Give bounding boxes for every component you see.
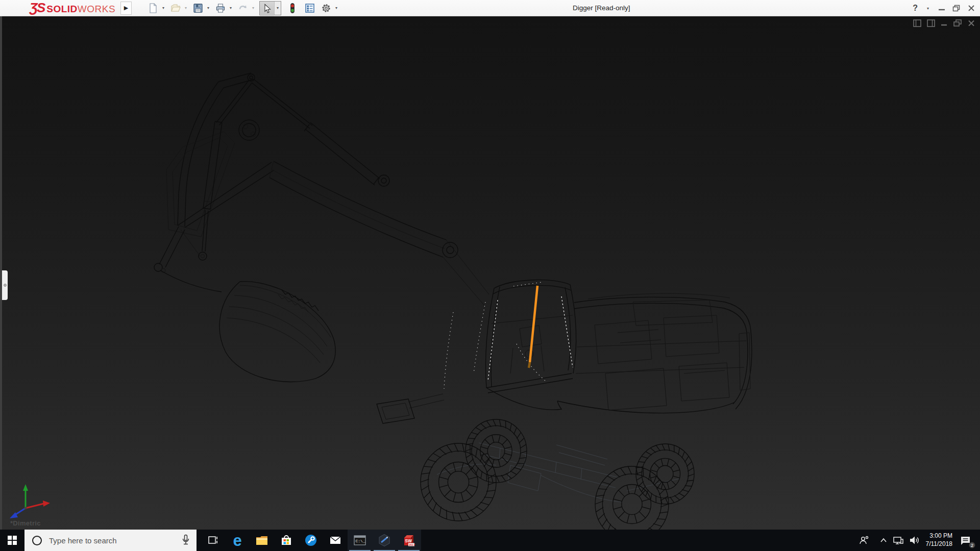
people-icon	[859, 535, 870, 546]
help-dropdown[interactable]: ▾	[925, 6, 931, 11]
close-button[interactable]	[968, 5, 975, 12]
hidden-edge-highlights	[444, 282, 573, 389]
task-pane-button[interactable]	[303, 1, 317, 15]
traffic-light-icon	[287, 3, 298, 14]
restore-button[interactable]	[952, 5, 961, 12]
save-button[interactable]	[191, 1, 205, 15]
windows-logo-icon	[8, 536, 17, 545]
network-icon	[892, 535, 904, 546]
options-button[interactable]	[319, 1, 333, 15]
microphone-icon[interactable]	[181, 534, 191, 546]
people-button[interactable]	[859, 535, 870, 546]
file-explorer-icon	[255, 534, 268, 547]
taskbar-app-edrawings[interactable]	[372, 530, 397, 551]
cmd-prompt-text: C:\_	[356, 539, 365, 543]
taskbar-app-mail[interactable]	[323, 530, 348, 551]
search-placeholder: Type here to search	[49, 536, 117, 545]
command-prompt-icon: C:\_	[353, 534, 366, 547]
undo-dropdown[interactable]: ▾	[250, 6, 256, 10]
search-box[interactable]: Type here to search	[24, 530, 197, 551]
doc-restore-icon[interactable]	[953, 19, 962, 27]
cab[interactable]	[485, 280, 576, 393]
bucket-assembly[interactable]	[154, 227, 335, 382]
orientation-triad	[3, 482, 59, 524]
solidworks-logo: ƷS SOLID WORKS	[30, 0, 115, 16]
new-document-button[interactable]	[146, 1, 160, 15]
list-icon	[304, 3, 315, 14]
solidworks-2017-icon: SW 2017	[402, 534, 416, 547]
taskbar-app-solidworks[interactable]: SW 2017	[397, 530, 421, 551]
clock-time: 3:00 PM	[926, 532, 953, 540]
view-orientation-label: *Dimetric	[10, 519, 41, 527]
select-button-group: ▾	[259, 1, 281, 15]
taskbar-app-edge[interactable]: e	[225, 530, 250, 551]
document-title: Digger [Read-only]	[573, 0, 630, 16]
new-document-icon	[148, 3, 159, 14]
open-button[interactable]	[168, 1, 183, 15]
print-dropdown[interactable]: ▾	[228, 6, 234, 10]
quick-access-toolbar: ▾ ▾ ▾	[146, 1, 341, 15]
selected-edge-endcap	[529, 362, 530, 368]
chevron-up-icon	[879, 536, 888, 545]
task-view-button[interactable]	[201, 530, 225, 551]
selected-edge[interactable]	[530, 286, 537, 362]
mail-icon	[329, 534, 342, 547]
select-dropdown[interactable]: ▾	[274, 2, 281, 15]
tray-overflow-button[interactable]	[879, 536, 888, 545]
sw-year-text: 2017	[409, 543, 415, 546]
taskbar-app-command-prompt[interactable]: C:\_	[348, 530, 372, 551]
open-folder-icon	[170, 3, 181, 14]
store-icon	[280, 534, 293, 547]
graphics-viewport[interactable]: *Dimetric	[0, 16, 980, 530]
taskbar-app-settings-tool[interactable]	[299, 530, 323, 551]
cortana-icon	[32, 536, 42, 545]
front-bracket[interactable]	[377, 394, 444, 423]
menu-flyout-button[interactable]: ▶	[120, 2, 132, 15]
printer-icon	[215, 3, 226, 14]
system-tray: 3:00 PM 7/11/2018 2	[859, 530, 980, 551]
select-arrow-icon	[261, 3, 273, 14]
flyout-arrow-icon: ▶	[124, 5, 128, 11]
print-button[interactable]	[213, 1, 228, 15]
taskbar-app-store[interactable]	[274, 530, 299, 551]
undo-arrow-icon	[237, 3, 249, 14]
flyout-tab-dot-icon	[4, 284, 7, 287]
sw-label-text: SW	[405, 538, 412, 543]
undo-button[interactable]	[236, 1, 250, 15]
taskbar-app-file-explorer[interactable]	[250, 530, 274, 551]
window-controls: ? ▾	[913, 0, 975, 16]
help-button[interactable]: ?	[913, 4, 918, 13]
windows-taskbar: Type here to search e	[0, 530, 980, 551]
open-dropdown[interactable]: ▾	[183, 6, 189, 10]
save-dropdown[interactable]: ▾	[205, 6, 211, 10]
gear-icon	[321, 3, 332, 14]
minimize-button[interactable]	[938, 5, 945, 12]
wrench-circle-icon	[304, 534, 317, 547]
document-window-controls	[913, 19, 975, 27]
select-button[interactable]	[260, 2, 274, 16]
feature-manager-flyout-tab[interactable]	[2, 270, 8, 300]
doc-close-icon[interactable]	[968, 19, 975, 27]
wheels[interactable]	[421, 419, 694, 530]
taskbar-clock[interactable]: 3:00 PM 7/11/2018	[926, 532, 953, 548]
edrawings-hexagon-icon	[378, 534, 391, 547]
volume-button[interactable]	[909, 535, 921, 546]
ds-logo-mark: ƷS	[30, 0, 44, 16]
pane-right-icon[interactable]	[927, 19, 935, 27]
notification-badge: 2	[969, 542, 975, 548]
new-document-dropdown[interactable]: ▾	[160, 6, 166, 10]
clock-date: 7/11/2018	[926, 540, 953, 548]
doc-minimize-icon[interactable]	[941, 19, 948, 27]
title-bar: ƷS SOLID WORKS ▶ ▾ ▾	[0, 0, 980, 16]
pane-left-icon[interactable]	[913, 19, 921, 27]
upper-body[interactable]	[486, 293, 752, 413]
wireframe-model[interactable]	[0, 16, 980, 530]
start-button[interactable]	[0, 530, 24, 551]
edge-icon: e	[233, 533, 241, 548]
action-center-button[interactable]: 2	[960, 534, 972, 546]
network-button[interactable]	[892, 535, 904, 546]
boom-assembly[interactable]	[166, 73, 489, 306]
options-dropdown[interactable]: ▾	[333, 6, 339, 10]
task-view-icon	[207, 534, 219, 546]
rebuild-button[interactable]	[285, 1, 300, 15]
